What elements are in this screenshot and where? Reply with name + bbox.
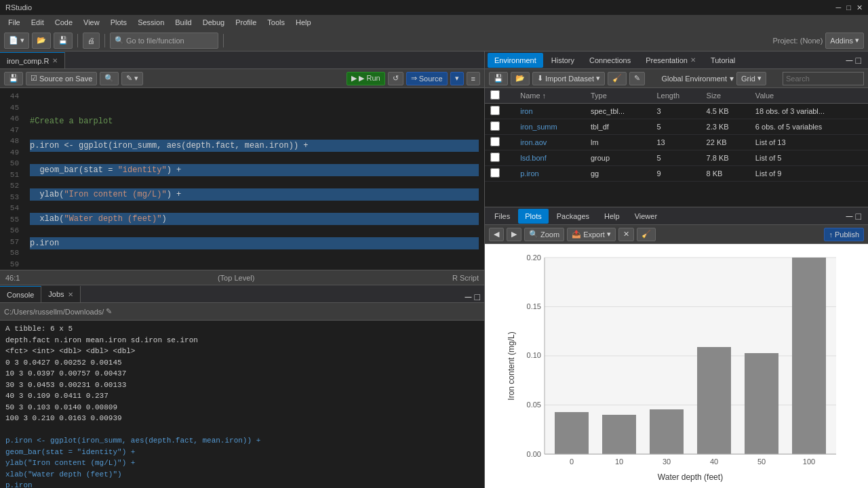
row-type: group — [585, 150, 651, 166]
grid-btn[interactable]: Grid ▾ — [736, 72, 766, 85]
menu-edit[interactable]: Edit — [26, 17, 50, 28]
open-file-btn[interactable]: 📂 — [32, 33, 51, 49]
x-tick-10: 10 — [614, 458, 623, 466]
maximize-btn[interactable]: □ — [846, 3, 851, 12]
format-btn[interactable]: ≡ — [467, 72, 480, 85]
broom-plot-btn[interactable]: 🧹 — [637, 228, 656, 241]
row-size: 22 KB — [701, 135, 750, 150]
env-toolbar: 💾 📂 ⬇ Import Dataset ▾ 🧹 ✎ Global Enviro… — [485, 69, 868, 88]
global-env-arrow[interactable]: ▾ — [730, 74, 734, 83]
source-label: Source — [419, 75, 443, 83]
goto-input-btn[interactable]: 🔍 Go to file/function — [110, 33, 218, 49]
menu-help[interactable]: Help — [290, 17, 317, 28]
menu-file[interactable]: File — [3, 17, 26, 28]
print-btn[interactable]: 🖨 — [83, 33, 100, 49]
pencil-env-btn[interactable]: ✎ — [629, 72, 645, 85]
menu-profile[interactable]: Profile — [230, 17, 262, 28]
presentation-close-icon[interactable]: ✕ — [690, 56, 696, 64]
search-editor-btn[interactable]: 🔍 — [100, 72, 119, 85]
plots-tab-viewer[interactable]: Viewer — [628, 209, 664, 224]
chart-svg: 0.00 0.05 0.10 0.15 0.20 Iron content (m… — [504, 244, 850, 488]
save-btn[interactable]: 💾 — [54, 33, 73, 49]
menu-session[interactable]: Session — [132, 17, 170, 28]
addins-btn[interactable]: Addins ▾ — [825, 33, 864, 49]
env-tab-environment[interactable]: Environment — [488, 53, 543, 68]
goto-icon: 🔍 — [115, 36, 124, 45]
source-btn[interactable]: ⇒ Source — [406, 72, 448, 85]
menu-build[interactable]: Build — [170, 17, 197, 28]
row-checkbox[interactable] — [485, 135, 515, 150]
plots-minimize-btn[interactable]: ─ — [846, 211, 853, 222]
console-content[interactable]: A tibble: 6 x 5 depth.fact n.iron mean.i… — [0, 321, 484, 488]
console-line: 40 3 0.109 0.0411 0.237 — [5, 390, 479, 402]
next-plot-btn[interactable]: ▶ — [507, 228, 521, 241]
menu-plots[interactable]: Plots — [105, 17, 132, 28]
row-name: iron — [515, 104, 585, 119]
prev-plot-btn[interactable]: ◀ — [489, 228, 504, 241]
source-arrow-btn[interactable]: ▾ — [450, 72, 464, 85]
console-minimize-btn[interactable]: ─ — [465, 291, 472, 302]
load-env-btn[interactable]: 📂 — [511, 72, 530, 85]
menu-tools[interactable]: Tools — [262, 17, 290, 28]
plots-tab-files[interactable]: Files — [488, 209, 517, 224]
export-icon: 📤 — [572, 230, 581, 239]
env-tab-presentation[interactable]: Presentation ✕ — [639, 53, 703, 68]
row-checkbox[interactable] — [485, 119, 515, 135]
plots-tab-packages[interactable]: Packages — [550, 209, 596, 224]
environment-panel: Environment History Connections Presenta… — [485, 52, 868, 207]
plots-tab-plots[interactable]: Plots — [518, 209, 548, 224]
env-maximize-btn[interactable]: □ — [856, 55, 861, 66]
env-tab-tutorial[interactable]: Tutorial — [704, 53, 742, 68]
menu-code[interactable]: Code — [50, 17, 78, 28]
menu-debug[interactable]: Debug — [197, 17, 230, 28]
magic-btn[interactable]: ✎ ▾ — [121, 72, 143, 85]
editor-footer: 46:1 (Top Level) R Script — [0, 270, 484, 285]
jobs-tab[interactable]: Jobs ✕ — [41, 286, 80, 302]
code-content[interactable]: #Create a barplot p.iron <- ggplot(iron_… — [24, 88, 484, 270]
row-type: tbl_df — [585, 119, 651, 135]
row-type: spec_tbl... — [585, 104, 651, 119]
run-btn[interactable]: ▶ ▶ Run — [347, 72, 384, 85]
row-type: gg — [585, 166, 651, 182]
console-tab-label: Console — [7, 291, 34, 299]
row-checkbox[interactable] — [485, 166, 515, 182]
select-all-checkbox[interactable] — [490, 90, 500, 100]
console-path-edit-icon[interactable]: ✎ — [106, 307, 112, 316]
clear-env-btn[interactable]: 🧹 — [608, 72, 627, 85]
save-env-btn[interactable]: 💾 — [489, 72, 508, 85]
env-search-input[interactable] — [783, 72, 864, 85]
publish-btn[interactable]: ↑ Publish — [824, 228, 864, 241]
import-dataset-btn[interactable]: ⬇ Import Dataset ▾ — [532, 72, 605, 85]
row-name: iron_summ — [515, 119, 585, 135]
env-tab-connections[interactable]: Connections — [583, 53, 637, 68]
new-file-btn[interactable]: 📄 ▾ — [4, 33, 29, 49]
table-row: iron spec_tbl... 3 4.5 KB 18 obs. of 3 v… — [485, 104, 868, 119]
env-minimize-btn[interactable]: ─ — [846, 55, 853, 66]
bar-30 — [650, 409, 684, 454]
import-icon: ⬇ — [537, 74, 543, 83]
plots-maximize-btn[interactable]: □ — [856, 211, 861, 222]
code-line: #Create a barplot — [30, 115, 479, 127]
save-file-btn[interactable]: 💾 — [4, 72, 23, 85]
zoom-btn[interactable]: 🔍 Zoom — [524, 228, 564, 241]
console-tab[interactable]: Console — [0, 286, 41, 302]
close-btn[interactable]: ✕ — [856, 3, 863, 12]
editor-tab-iron[interactable]: iron_comp.R ✕ — [0, 52, 65, 68]
export-btn[interactable]: 📤 Export ▾ — [567, 228, 616, 241]
jobs-close-icon[interactable]: ✕ — [68, 291, 73, 298]
editor-tab-close[interactable]: ✕ — [52, 57, 58, 64]
row-checkbox[interactable] — [485, 150, 515, 166]
env-tab-history[interactable]: History — [545, 53, 581, 68]
plots-tab-help[interactable]: Help — [597, 209, 627, 224]
rerun-btn[interactable]: ↺ — [388, 72, 403, 85]
delete-plot-btn[interactable]: ✕ — [618, 228, 634, 241]
bar-40 — [697, 347, 731, 454]
console-line: p.iron <- ggplot(iron_summ, aes(depth.fa… — [5, 435, 479, 447]
menu-view[interactable]: View — [78, 17, 105, 28]
code-line: p.iron — [30, 237, 479, 249]
console-maximize-btn[interactable]: □ — [475, 291, 480, 302]
code-line: geom_bar(stat = "identity") + — [30, 164, 479, 176]
row-checkbox[interactable] — [485, 104, 515, 119]
source-on-save-btn[interactable]: ☑ Source on Save — [26, 72, 97, 85]
minimize-btn[interactable]: ─ — [836, 3, 842, 12]
